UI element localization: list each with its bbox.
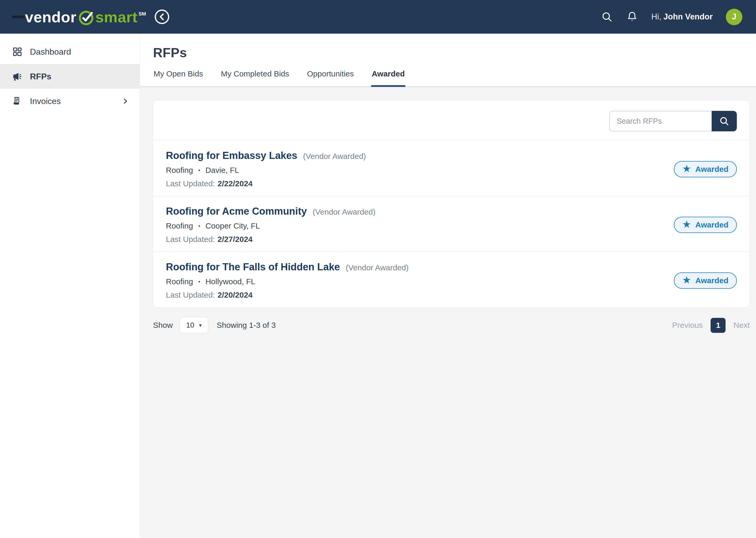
page-title: RFPs	[153, 45, 756, 60]
search-group	[609, 111, 737, 131]
badge-label: Awarded	[695, 276, 729, 285]
badge-label: Awarded	[695, 165, 729, 174]
sidebar-collapse-button[interactable]	[153, 8, 170, 26]
sidebar-item-rfps[interactable]: RFPs	[0, 64, 140, 89]
user-greeting: Hi,John Vendor	[651, 12, 713, 22]
logo-trademark: SM	[139, 11, 146, 17]
logo-text-vendor: vendor	[12, 15, 25, 19]
body-wrap: Dashboard RFPs	[0, 34, 756, 538]
page-head: RFPs	[140, 34, 756, 60]
last-updated-date: 2/22/2024	[217, 179, 253, 188]
tabs-bar: My Open Bids My Completed Bids Opportuni…	[140, 69, 756, 87]
topbar: vendor vendor smart SM	[0, 0, 756, 34]
megaphone-icon	[12, 71, 23, 82]
tab-my-completed-bids[interactable]: My Completed Bids	[220, 69, 290, 87]
star-icon: ★	[682, 275, 691, 285]
page-size-dropdown[interactable]: 10 ▾	[179, 317, 208, 333]
page-size-value: 10	[186, 321, 194, 329]
rfp-location: Hollywood, FL	[205, 277, 255, 286]
rfp-title-link[interactable]: Roofing for Acme Community	[166, 206, 307, 217]
rfp-category: Roofing	[166, 221, 193, 230]
greeting-prefix: Hi,	[651, 12, 661, 21]
show-label: Show	[153, 321, 173, 330]
rfp-list-item[interactable]: Roofing for Acme Community (Vendor Award…	[153, 196, 749, 252]
search-submit-button[interactable]	[712, 111, 737, 131]
pagination-row: Show 10 ▾ Showing 1-3 of 3 Previous 1 Ne…	[153, 317, 750, 333]
star-icon: ★	[682, 164, 691, 174]
rfp-status-note: (Vendor Awarded)	[303, 152, 366, 161]
chevron-down-icon: ▾	[199, 322, 202, 328]
current-page-button[interactable]: 1	[711, 318, 726, 333]
meta-separator-dot: •	[198, 223, 200, 229]
last-updated-label: Last Updated:	[166, 291, 215, 299]
sidebar-item-label: Dashboard	[30, 47, 71, 57]
global-search-button[interactable]	[601, 11, 613, 23]
last-updated-date: 2/27/2024	[217, 235, 253, 243]
vendorsmart-logo[interactable]: vendor vendor smart SM	[12, 7, 146, 26]
rfp-location: Davie, FL	[205, 166, 239, 175]
rfp-title-link[interactable]: Roofing for The Falls of Hidden Lake	[166, 261, 340, 273]
search-input[interactable]	[609, 111, 712, 131]
last-updated-label: Last Updated:	[166, 179, 215, 188]
previous-page-button[interactable]: Previous	[672, 321, 703, 330]
star-icon: ★	[682, 219, 691, 229]
rfp-status-note: (Vendor Awarded)	[313, 207, 376, 216]
showing-count-text: Showing 1-3 of 3	[216, 321, 276, 330]
rfp-list-item[interactable]: Roofing for Embassy Lakes (Vendor Awarde…	[153, 140, 749, 196]
last-updated-label: Last Updated:	[166, 235, 215, 243]
logo-text-smart: smart	[95, 8, 137, 26]
meta-separator-dot: •	[198, 279, 200, 285]
badge-label: Awarded	[695, 220, 729, 229]
search-icon	[719, 115, 730, 127]
avatar-initial: J	[732, 12, 736, 22]
tab-opportunities[interactable]: Opportunities	[307, 69, 354, 87]
dashboard-grid-icon	[12, 46, 23, 57]
rfp-status-note: (Vendor Awarded)	[346, 263, 409, 272]
tab-my-open-bids[interactable]: My Open Bids	[153, 69, 204, 87]
rfp-location: Cooper City, FL	[205, 221, 260, 230]
topbar-right: Hi,John Vendor J	[601, 9, 742, 25]
rfp-category: Roofing	[166, 166, 193, 175]
user-name: John Vendor	[663, 12, 713, 21]
rfp-list-item[interactable]: Roofing for The Falls of Hidden Lake (Ve…	[153, 252, 749, 307]
awarded-status-badge: ★ Awarded	[674, 161, 737, 177]
pager: Previous 1 Next	[672, 318, 750, 333]
rfp-category: Roofing	[166, 277, 193, 286]
sidebar-item-dashboard[interactable]: Dashboard	[0, 39, 140, 64]
search-icon	[601, 11, 613, 23]
content-area: Roofing for Embassy Lakes (Vendor Awarde…	[140, 87, 756, 538]
app-root: vendor vendor smart SM	[0, 0, 756, 538]
chevron-left-circle-icon	[153, 8, 170, 26]
meta-separator-dot: •	[198, 167, 200, 173]
awarded-status-badge: ★ Awarded	[674, 272, 737, 289]
rfp-list-card: Roofing for Embassy Lakes (Vendor Awarde…	[153, 100, 750, 308]
avatar[interactable]: J	[726, 9, 742, 25]
invoice-icon	[12, 96, 23, 106]
main-area: RFPs My Open Bids My Completed Bids Oppo…	[140, 34, 756, 538]
checkmark-circle-icon	[77, 8, 95, 26]
chevron-right-icon	[121, 97, 129, 105]
sidebar: Dashboard RFPs	[0, 34, 140, 538]
sidebar-item-label: Invoices	[30, 96, 61, 106]
search-row	[153, 100, 749, 140]
last-updated-date: 2/20/2024	[217, 291, 253, 299]
logo-text-vendor: vendor	[25, 8, 76, 26]
awarded-status-badge: ★ Awarded	[674, 217, 737, 233]
bell-icon	[626, 11, 638, 23]
sidebar-item-invoices[interactable]: Invoices	[0, 89, 140, 114]
rfp-title-link[interactable]: Roofing for Embassy Lakes	[166, 150, 297, 161]
sidebar-item-label: RFPs	[30, 72, 51, 81]
notifications-button[interactable]	[626, 11, 638, 23]
tab-awarded[interactable]: Awarded	[371, 69, 405, 87]
next-page-button[interactable]: Next	[733, 321, 750, 330]
